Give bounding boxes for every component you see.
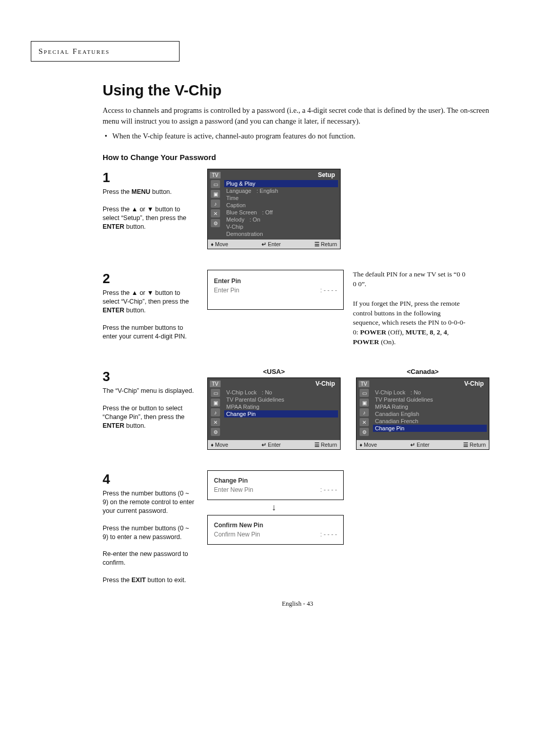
step-3-number: 3 [103, 368, 195, 386]
osd-menu-item: MPAA Rating [224, 403, 338, 410]
step-2-notes: The default PIN for a new TV set is “0 0… [353, 270, 466, 347]
step-1-line2: Press the ▲ or ▼ button to select “Setup… [103, 205, 195, 231]
step-4-instructions: 4 Press the number buttons (0 ~ 9) on th… [103, 470, 195, 585]
osd-menu-item: TV Parental Guidelines [373, 396, 487, 403]
text: Press the [103, 289, 131, 296]
step-4-p4: Press the EXIT button to exit. [103, 576, 195, 585]
manual-page: Special Features Using the V-Chip Access… [0, 0, 554, 628]
osd-menu-item: Change Pin [373, 425, 487, 432]
step-2-line1: Press the ▲ or ▼ button to select “V-Chi… [103, 289, 195, 315]
osd-tv-badge: TV [359, 381, 369, 387]
tv-icon: ▭ [211, 180, 220, 188]
osd-setup-title: Setup [318, 171, 335, 178]
osd-menu-item: V-Chip Lock: No [224, 389, 338, 396]
step-2-instructions: 2 Press the ▲ or ▼ button to select “V-C… [103, 270, 195, 341]
change-pin-title: Change Pin [214, 477, 337, 484]
vchip-canada-wrapper: <Canada> TV V-Chip ▭ ▣ ♪ ✕ [356, 368, 489, 450]
sliders-icon: ⚙ [211, 428, 220, 436]
flow-arrow-down-icon: ↓ [207, 502, 341, 513]
menu-button-label: MENU [131, 188, 150, 195]
pin-reset-note: If you forget the PIN, press the remote … [353, 299, 466, 347]
step-4-p3: Re-enter the new password to confirm. [103, 550, 195, 567]
osd-menu-item: TV Parental Guidelines [224, 396, 338, 403]
osd-tv-badge: TV [210, 381, 221, 387]
move-label: Move [364, 442, 377, 448]
osd-vchip-ca-title: V-Chip [464, 380, 484, 387]
osd-side-icons: ▭ ▣ ♪ ✕ ⚙ [210, 180, 221, 237]
step-3-row: 3 The “V-Chip” menu is displayed. Press … [103, 368, 492, 450]
text: button. [150, 188, 172, 195]
text: Press the [103, 206, 131, 213]
step-2-line2: Press the number buttons to enter your c… [103, 324, 195, 341]
default-pin-note: The default PIN for a new TV set is “0 0… [353, 270, 466, 289]
step-4-p2: Press the number buttons (0 ~ 9) to ente… [103, 524, 195, 542]
confirm-new-pin-value: : - - - - [320, 531, 337, 538]
confirm-new-pin-label: Confirm New Pin [214, 531, 260, 538]
osd-vchip-usa-title: V-Chip [315, 380, 335, 387]
osd-side-icons: ▭ ▣ ♪ ✕ ⚙ [359, 389, 370, 438]
picture-icon: ▣ [360, 399, 369, 407]
osd-menu-item: Canadian English [373, 410, 487, 417]
exit-button-label: EXIT [131, 576, 146, 584]
step-1-osd-col: TV Setup ▭ ▣ ♪ ✕ ⚙ Plug & PlayLanguage: … [207, 169, 341, 249]
enter-label: Enter [417, 442, 429, 448]
return-label: Return [469, 442, 486, 448]
setup-icon: ✕ [211, 209, 220, 217]
sound-icon: ♪ [211, 200, 220, 208]
text: button. [124, 422, 146, 429]
step-2-dialog-col: Enter Pin Enter Pin : - - - - [207, 270, 341, 310]
osd-footer: ♦ Move ↵ Enter ☰ Return [357, 440, 489, 449]
enter-label: Enter [268, 241, 281, 247]
osd-vchip-usa: TV V-Chip ▭ ▣ ♪ ✕ ⚙ V-Chip Lock: No [207, 377, 341, 450]
main-content: Using the V-Chip Access to channels and … [103, 82, 492, 608]
sound-icon: ♪ [360, 408, 369, 416]
usa-label: <USA> [207, 368, 341, 375]
setup-icon: ✕ [211, 418, 220, 426]
enter-icon: ↵ [262, 241, 266, 247]
enter-label: Enter [268, 442, 281, 448]
osd-menu-item: V-Chip [224, 223, 338, 230]
move-icon: ♦ [211, 442, 213, 448]
enter-button-label: ENTER [103, 307, 124, 314]
sound-icon: ♪ [211, 408, 220, 416]
step-2-row: 2 Press the ▲ or ▼ button to select “V-C… [103, 270, 492, 347]
return-icon: ☰ [463, 442, 468, 448]
pin-reset-sequence: POWER [360, 328, 386, 336]
down-arrow-icon: ▼ [147, 206, 153, 213]
text: button to exit. [146, 576, 186, 584]
osd-side-icons: ▭ ▣ ♪ ✕ ⚙ [210, 389, 221, 438]
bullet-text: When the V-chip feature is active, chann… [112, 132, 355, 141]
move-label: Move [215, 442, 228, 448]
osd-menu-item: Melody: On [224, 216, 338, 223]
section-header-label: Special Features [38, 47, 110, 55]
osd-vchip-usa-list: V-Chip Lock: NoTV Parental GuidelinesMPA… [221, 389, 338, 438]
tv-icon: ▭ [360, 389, 369, 397]
step-3-instructions: 3 The “V-Chip” menu is displayed. Press … [103, 368, 195, 430]
picture-icon: ▣ [211, 190, 220, 198]
sliders-icon: ⚙ [360, 428, 369, 436]
section-header-box: Special Features [31, 41, 180, 62]
osd-menu-item: Canadian French [373, 417, 487, 425]
osd-menu-item: Caption [224, 202, 338, 209]
enter-pin-dialog: Enter Pin Enter Pin : - - - - [207, 270, 344, 310]
return-icon: ☰ [314, 241, 320, 247]
move-label: Move [215, 241, 228, 247]
step-1-line1: Press the MENU button. [103, 188, 195, 196]
osd-menu-item: Change Pin [224, 410, 338, 417]
text: Press the [103, 188, 131, 195]
up-arrow-icon: ▲ [131, 206, 137, 213]
intro-paragraph: Access to channels and programs is contr… [103, 105, 492, 127]
return-icon: ☰ [314, 442, 320, 448]
page-footer: English - 43 [103, 600, 492, 608]
setup-icon: ✕ [360, 418, 369, 426]
osd-menu-item: V-Chip Lock: No [373, 389, 487, 396]
step-4-number: 4 [103, 470, 195, 488]
enter-pin-title: Enter Pin [214, 277, 337, 285]
text: or [138, 289, 147, 296]
osd-menu-item: Language: English [224, 187, 338, 194]
enter-new-pin-label: Enter New Pin [214, 486, 253, 493]
osd-footer: ♦ Move ↵ Enter ☰ Return [208, 440, 340, 449]
osd-setup-menu: TV Setup ▭ ▣ ♪ ✕ ⚙ Plug & PlayLanguage: … [207, 169, 341, 249]
step-2-number: 2 [103, 270, 195, 288]
step-4-row: 4 Press the number buttons (0 ~ 9) on th… [103, 470, 492, 585]
